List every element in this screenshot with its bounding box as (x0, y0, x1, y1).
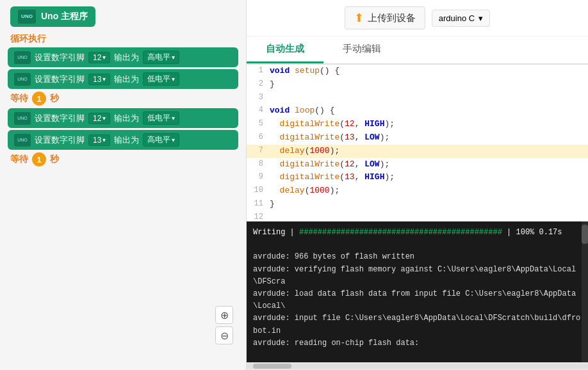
line-content (270, 92, 275, 105)
block-label-3: 设置数字引脚 (35, 113, 85, 124)
line-content: delay(1000); (270, 145, 339, 158)
zoom-out-button[interactable]: ⊖ (215, 326, 233, 344)
code-line-1: 1void setup() { (247, 65, 588, 78)
console-line: Writing | ##############################… (253, 227, 582, 239)
language-select[interactable]: arduino C ▾ (432, 10, 490, 27)
line-content: void loop() { (270, 104, 334, 118)
console-line: Reading | ##############################… (253, 362, 582, 362)
right-panel: ⬆ 上传到设备 arduino C ▾ 自动生成 手动编辑 1void setu… (247, 0, 588, 370)
console-line: avrdude: verifying flash memory against … (253, 264, 582, 288)
line-number: 9 (247, 171, 270, 183)
level-high-dropdown[interactable]: 高电平 (143, 51, 179, 64)
console-scroll-thumb[interactable] (582, 225, 588, 244)
tab-manual-edit[interactable]: 手动编辑 (323, 36, 400, 63)
code-line-12: 12 (247, 211, 588, 221)
pin-icon-3: UNO (14, 112, 31, 125)
console-line (253, 239, 582, 251)
pin-13-dropdown-2[interactable]: 13 (88, 134, 110, 146)
code-line-2: 2} (247, 78, 588, 92)
upload-icon: ⬆ (354, 11, 364, 25)
line-number: 11 (247, 198, 270, 210)
lang-value: arduino C (439, 13, 475, 23)
zoom-controls: ⊕ ⊖ (215, 306, 233, 344)
wait-row-2: 等待 1 秒 (10, 152, 236, 166)
line-content (270, 211, 275, 221)
upload-label: 上传到设备 (368, 12, 416, 24)
wait-label-2: 等待 (10, 154, 28, 165)
code-line-3: 3 (247, 92, 588, 105)
level-high-dropdown-2[interactable]: 高电平 (143, 133, 179, 147)
level-low-dropdown-2[interactable]: 低电平 (143, 111, 179, 125)
block-label-4: 设置数字引脚 (35, 134, 85, 146)
line-number: 1 (247, 65, 270, 77)
wait-unit-2: 秒 (50, 154, 59, 165)
pin-13-dropdown-1[interactable]: 13 (88, 74, 110, 85)
pin-12-dropdown[interactable]: 12 (88, 52, 110, 63)
line-content: digitalWrite(12, LOW); (270, 158, 389, 172)
block-label-1: 设置数字引脚 (35, 52, 85, 63)
zoom-in-button[interactable]: ⊕ (215, 306, 233, 324)
console-scrollbar[interactable] (582, 221, 588, 362)
top-bar: ⬆ 上传到设备 arduino C ▾ (247, 0, 588, 36)
line-number: 2 (247, 78, 270, 90)
wait-label-1: 等待 (10, 93, 28, 104)
line-number: 3 (247, 92, 270, 104)
lang-dropdown-icon: ▾ (478, 13, 483, 23)
action-label-4: 输出为 (114, 134, 139, 146)
line-content: } (270, 78, 275, 92)
line-content: delay(1000); (270, 184, 339, 198)
code-line-7: 7 delay(1000); (247, 145, 588, 158)
console-line: avrdude: input file C:\Users\eagler8\App… (253, 312, 582, 337)
main-program-label: Uno 主程序 (41, 11, 88, 22)
console-line: avrdude: load data flash data from input… (253, 288, 582, 312)
console-line: avrdude: 966 bytes of flash written (253, 251, 582, 263)
upload-button[interactable]: ⬆ 上传到设备 (345, 6, 425, 29)
editor-tabs: 自动生成 手动编辑 (247, 36, 588, 65)
action-label-2: 输出为 (114, 74, 139, 85)
line-number: 7 (247, 145, 270, 157)
block-pin13-low: UNO 设置数字引脚 13 输出为 低电平 (8, 69, 238, 89)
bottom-scroll-thumb[interactable] (253, 364, 291, 369)
console-output: Writing | ##############################… (247, 221, 588, 362)
wait-unit-1: 秒 (50, 93, 59, 104)
code-line-5: 5 digitalWrite(12, HIGH); (247, 118, 588, 131)
line-number: 8 (247, 158, 270, 170)
line-number: 4 (247, 104, 270, 117)
main-program-block: UNO Uno 主程序 (10, 6, 95, 27)
bottom-scroll-track (247, 364, 588, 369)
blocks-panel: UNO Uno 主程序 循环执行 UNO 设置数字引脚 12 输出为 高电平 U… (0, 0, 247, 370)
wait-row-1: 等待 1 秒 (10, 92, 236, 106)
action-label-3: 输出为 (114, 113, 139, 124)
block-pin13-high: UNO 设置数字引脚 13 输出为 高电平 (8, 130, 238, 150)
console-line: avrdude: reading on-chip flash data: (253, 337, 582, 350)
tab-auto-generate[interactable]: 自动生成 (247, 36, 323, 63)
pin-icon-1: UNO (14, 51, 31, 64)
line-number: 10 (247, 184, 270, 197)
block-pin12-low: UNO 设置数字引脚 12 输出为 低电平 (8, 108, 238, 128)
code-line-9: 9 digitalWrite(13, HIGH); (247, 171, 588, 184)
code-line-4: 4void loop() { (247, 104, 588, 118)
line-content: void setup() { (270, 65, 339, 78)
line-content: digitalWrite(12, HIGH); (270, 118, 395, 131)
line-number: 12 (247, 211, 270, 221)
tab-manual-label: 手动编辑 (343, 43, 381, 54)
line-content: digitalWrite(13, HIGH); (270, 171, 395, 184)
pin-icon-2: UNO (14, 73, 31, 86)
line-number: 5 (247, 118, 270, 130)
line-number: 6 (247, 131, 270, 143)
pin-12-dropdown-2[interactable]: 12 (88, 113, 110, 124)
wait-num-1[interactable]: 1 (32, 92, 46, 106)
pin-icon-4: UNO (14, 134, 31, 147)
tab-auto-label: 自动生成 (266, 43, 304, 54)
level-low-dropdown-1[interactable]: 低电平 (143, 72, 179, 86)
console-line (253, 350, 582, 362)
code-line-10: 10 delay(1000); (247, 184, 588, 198)
line-content: } (270, 198, 275, 211)
code-line-8: 8 digitalWrite(12, LOW); (247, 158, 588, 172)
wait-num-2[interactable]: 1 (32, 152, 46, 166)
line-content: digitalWrite(13, LOW); (270, 131, 389, 145)
bottom-scrollbar[interactable] (247, 362, 588, 370)
code-line-11: 11} (247, 198, 588, 211)
code-editor: 1void setup() {2}3 4void loop() {5 digit… (247, 65, 588, 221)
block-label-2: 设置数字引脚 (35, 74, 85, 85)
